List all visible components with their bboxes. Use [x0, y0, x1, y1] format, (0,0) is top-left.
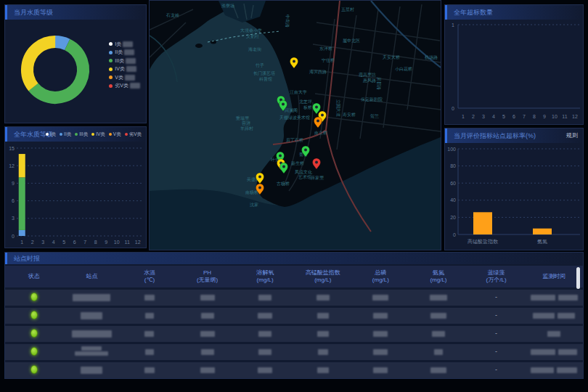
column-header-站点: 站点 — [63, 273, 121, 280]
svg-text:1: 1 — [452, 23, 454, 28]
city-map[interactable]: 石龙岭渔寮场中岛路大境巷小学义躬社海老街竹子五星村屋中北区东洋桥宁佳桥海滨西路长… — [150, 1, 441, 250]
legend-item-V类[interactable]: V类 — [109, 127, 121, 142]
legend-item-III类[interactable]: III类 — [109, 57, 140, 65]
svg-text:6: 6 — [73, 240, 76, 245]
legend-item-II类[interactable]: II类 — [60, 127, 71, 142]
legend-dot — [109, 42, 113, 46]
legend-item-V类[interactable]: V类 — [109, 73, 140, 82]
map-label: 容涯 — [242, 121, 250, 126]
value-redacted — [373, 367, 388, 373]
svg-text:3: 3 — [482, 114, 485, 119]
svg-text:12: 12 — [9, 163, 15, 168]
legend-dot — [125, 133, 128, 136]
status-dot — [30, 329, 38, 338]
svg-text:9: 9 — [105, 240, 107, 245]
value-redacted — [258, 313, 272, 319]
legend-dot — [109, 75, 113, 79]
map-label: 沈家 — [250, 202, 258, 208]
table-row-4[interactable]: - — [5, 344, 583, 360]
time-redacted — [558, 295, 578, 301]
status-dot — [30, 347, 38, 356]
svg-text:0: 0 — [12, 234, 15, 239]
map-label: 海滨西路 — [309, 69, 327, 75]
value-redacted — [317, 367, 329, 373]
panel-station-table-title: 站点时报 — [5, 253, 583, 264]
map-label: 寿安桥 — [342, 112, 356, 117]
legend-dot — [91, 133, 94, 136]
legend-dot — [109, 68, 113, 71]
map-label: 薛家里 — [311, 175, 324, 180]
table-row-2[interactable]: - — [5, 308, 583, 324]
map-label: 中岛路 — [285, 15, 290, 28]
svg-text:40: 40 — [450, 197, 456, 203]
legend-label: III类 — [79, 127, 88, 142]
time-redacted — [547, 331, 560, 337]
redacted-value — [126, 58, 136, 64]
panel-exceed-rate: 当月评价指标站点超标率(%) 规则 020406080100高锰酸盐指数氨氮 — [444, 128, 584, 250]
svg-text:15: 15 — [9, 146, 15, 151]
map-label: 小白花桥 — [395, 67, 412, 72]
exceed-rate-chart: 020406080100高锰酸盐指数氨氮 — [445, 143, 583, 250]
svg-text:4: 4 — [52, 240, 55, 245]
legend-item-II类[interactable]: II类 — [109, 49, 140, 57]
map-label: 大境巷小学 — [240, 28, 262, 33]
legend-label: II类 — [115, 49, 123, 56]
legend-item-IV类[interactable]: IV类 — [91, 127, 105, 142]
time-redacted — [558, 313, 575, 319]
table-row-3[interactable]: - — [5, 326, 583, 342]
status-dot — [30, 293, 38, 301]
legend-item-IV类[interactable]: IV类 — [109, 65, 140, 74]
svg-text:8: 8 — [533, 114, 536, 119]
year-quality-stacked-chart: 03691215123456789101112 — [5, 142, 146, 248]
table-row-1[interactable]: - — [5, 290, 583, 306]
stack-bar-IV类[interactable] — [19, 154, 25, 177]
map-label: 天棚绿波美术馆 — [279, 115, 310, 121]
algae-value: - — [495, 330, 497, 337]
column-header-监测时间: 监测时间 — [525, 273, 583, 280]
value-redacted — [373, 349, 388, 355]
column-header-PH: PH(无量纲) — [179, 269, 237, 284]
column-header-总磷: 总磷(mg/L) — [352, 269, 410, 284]
legend-label: I类 — [50, 127, 56, 142]
map-label: 后丁石桥 — [286, 137, 303, 143]
value-redacted — [258, 349, 271, 355]
table-row-5[interactable]: - — [5, 362, 583, 378]
rate-bar-氨氮[interactable] — [533, 229, 552, 234]
value-redacted — [144, 367, 155, 373]
value-redacted — [317, 313, 329, 319]
legend-item-I类[interactable]: I类 — [46, 127, 56, 142]
legend-dot — [109, 51, 113, 54]
stack-bar-II类[interactable] — [19, 230, 25, 236]
legend-item-劣V类[interactable]: 劣V类 — [125, 127, 142, 142]
table-column-header: 状态站点水温(℃)PH(无量纲)溶解氧(mg/L)高锰酸盐指数(mg/L)总磷(… — [5, 266, 583, 287]
column-header-水温: 水温(℃) — [121, 269, 179, 284]
stack-bar-III类[interactable] — [19, 177, 25, 230]
dashboard: 当月水质等级 I类II类III类IV类V类劣V类 全年水质等级 I类II类III… — [0, 0, 588, 392]
legend-label: IV类 — [115, 65, 125, 73]
legend-item-I类[interactable]: I类 — [109, 40, 140, 49]
value-redacted — [200, 367, 215, 373]
value-redacted — [201, 349, 214, 355]
svg-text:12: 12 — [572, 114, 578, 119]
svg-text:1: 1 — [20, 240, 23, 245]
svg-text:6: 6 — [12, 198, 15, 203]
station-name-redacted — [75, 346, 108, 356]
legend-item-III类[interactable]: III类 — [75, 127, 88, 142]
legend-item-劣V类[interactable]: 劣V类 — [109, 82, 140, 91]
svg-text:7: 7 — [523, 114, 526, 119]
value-redacted — [318, 349, 328, 355]
legend-label: 劣V类 — [129, 127, 142, 142]
map-label: 江南大学 — [290, 89, 307, 94]
svg-text:11: 11 — [125, 240, 130, 245]
map-label: 宁佳桥 — [322, 57, 335, 62]
value-redacted — [258, 367, 272, 373]
panel-month-quality-title: 当月水质等级 — [5, 5, 146, 20]
rate-bar-高锰酸盐指数[interactable] — [473, 212, 492, 234]
table-scrollbar-thumb[interactable] — [576, 267, 580, 289]
map-label: 回澜阁 — [285, 107, 298, 113]
map-label: 立国大道 — [335, 99, 341, 117]
map-label: 长门溪艺塔 — [253, 70, 275, 76]
svg-text:11: 11 — [562, 114, 567, 119]
value-redacted — [201, 313, 214, 319]
rules-link[interactable]: 规则 — [566, 128, 578, 143]
